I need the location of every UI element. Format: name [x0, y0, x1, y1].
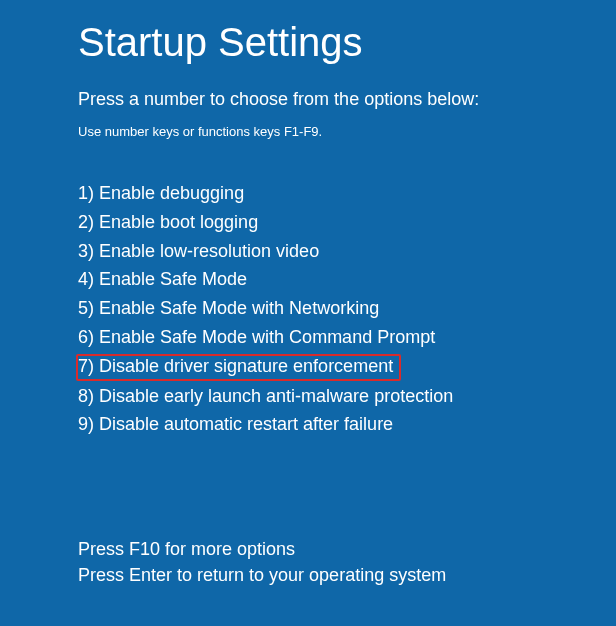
key-hint: Use number keys or functions keys F1-F9.	[78, 124, 616, 139]
option-6[interactable]: 6) Enable Safe Mode with Command Prompt	[78, 325, 441, 351]
option-7[interactable]: 7) Disable driver signature enforcement	[76, 354, 401, 381]
option-5[interactable]: 5) Enable Safe Mode with Networking	[78, 296, 385, 322]
page-title: Startup Settings	[78, 20, 616, 65]
options-list: 1) Enable debugging 2) Enable boot loggi…	[78, 181, 616, 438]
option-9[interactable]: 9) Disable automatic restart after failu…	[78, 412, 399, 438]
option-1[interactable]: 1) Enable debugging	[78, 181, 250, 207]
more-options-hint: Press F10 for more options	[78, 536, 616, 562]
return-hint: Press Enter to return to your operating …	[78, 562, 616, 588]
option-2[interactable]: 2) Enable boot logging	[78, 210, 264, 236]
option-8[interactable]: 8) Disable early launch anti-malware pro…	[78, 384, 459, 410]
instruction-subtitle: Press a number to choose from the option…	[78, 89, 616, 110]
option-4[interactable]: 4) Enable Safe Mode	[78, 267, 253, 293]
option-3[interactable]: 3) Enable low-resolution video	[78, 239, 325, 265]
